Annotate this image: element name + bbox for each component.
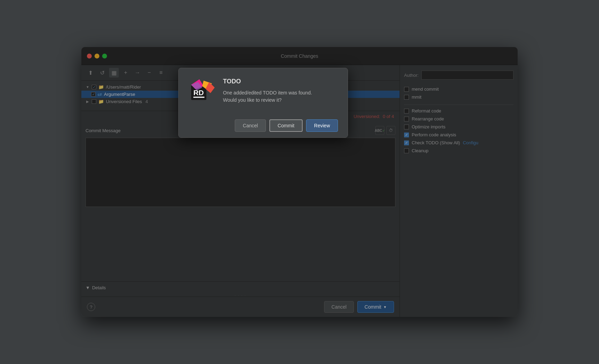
dialog-body: RD TODO xyxy=(179,68,348,114)
dialog-msg-line1: One added/edited TODO item was found. xyxy=(223,89,338,97)
dialog-msg-line2: Would you like to review it? xyxy=(223,97,338,104)
dialog-title: TODO xyxy=(223,78,338,85)
rd-logo-svg: RD xyxy=(188,78,216,106)
dialog-footer: Cancel Commit Review xyxy=(179,114,348,137)
svg-rect-2 xyxy=(193,97,204,98)
dialog-commit-button[interactable]: Commit xyxy=(269,119,303,132)
dialog-overlay: RD TODO xyxy=(81,47,518,317)
rd-logo: RD xyxy=(188,78,216,106)
dialog-cancel-button[interactable]: Cancel xyxy=(235,119,266,132)
todo-dialog: RD TODO xyxy=(178,68,348,138)
dialog-review-button[interactable]: Review xyxy=(306,119,338,132)
main-window: Commit Changes ⬆ ↺ ▦ + → − ≡ ▼ 📁 xyxy=(81,47,518,317)
svg-text:RD: RD xyxy=(193,89,204,97)
dialog-message: One added/edited TODO item was found. Wo… xyxy=(223,89,338,104)
dialog-text-area: TODO One added/edited TODO item was foun… xyxy=(223,78,338,106)
